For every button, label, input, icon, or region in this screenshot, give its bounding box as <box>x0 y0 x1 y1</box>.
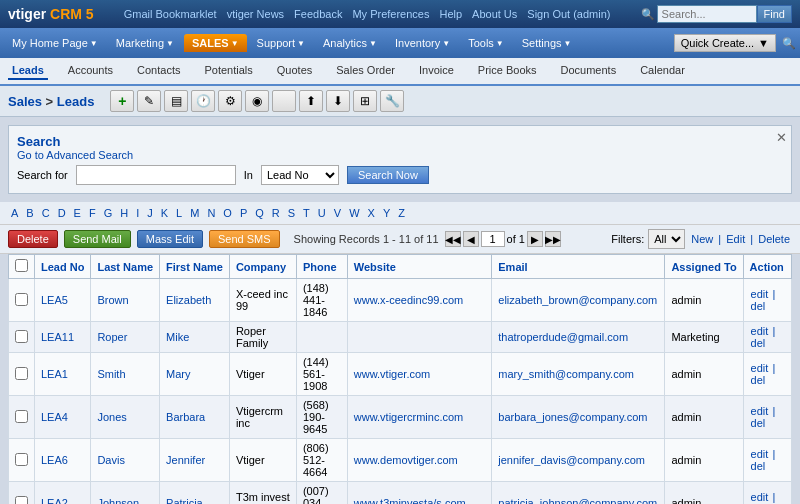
last-name-link[interactable]: Smith <box>97 368 125 380</box>
subnav-accounts[interactable]: Accounts <box>64 62 117 80</box>
nav-marketing[interactable]: Marketing ▼ <box>108 34 182 52</box>
alpha-L[interactable]: L <box>173 206 185 220</box>
import-toolbar-button[interactable]: ⬇ <box>326 90 350 112</box>
company-header[interactable]: Company <box>229 255 296 279</box>
alpha-Z[interactable]: Z <box>395 206 408 220</box>
last-name-header[interactable]: Last Name <box>91 255 160 279</box>
alpha-D[interactable]: D <box>55 206 69 220</box>
add-button[interactable]: + <box>110 90 134 112</box>
alpha-J[interactable]: J <box>144 206 156 220</box>
alpha-B[interactable]: B <box>23 206 36 220</box>
alpha-Q[interactable]: Q <box>252 206 267 220</box>
search-field-select[interactable]: Lead No First Name Last Name Email Phone <box>261 165 339 185</box>
settings-toolbar-button[interactable]: ⚙ <box>218 90 242 112</box>
nav-sales[interactable]: SALES ▼ <box>184 34 247 52</box>
alpha-W[interactable]: W <box>346 206 362 220</box>
search-now-button[interactable]: Search Now <box>347 166 429 184</box>
send-mail-button-top[interactable]: Send Mail <box>64 230 131 248</box>
alpha-I[interactable]: I <box>133 206 142 220</box>
first-name-link[interactable]: Jennifer <box>166 454 205 466</box>
phone-header[interactable]: Phone <box>296 255 347 279</box>
clock-button[interactable]: 🕐 <box>191 90 215 112</box>
alpha-N[interactable]: N <box>204 206 218 220</box>
alpha-P[interactable]: P <box>237 206 250 220</box>
first-name-link[interactable]: Mike <box>166 331 189 343</box>
alpha-K[interactable]: K <box>158 206 171 220</box>
row-checkbox[interactable] <box>15 293 28 306</box>
lead-no-link[interactable]: LEA6 <box>41 454 68 466</box>
search-input[interactable] <box>76 165 236 185</box>
nav-inventory[interactable]: Inventory ▼ <box>387 34 458 52</box>
subnav-sales-order[interactable]: Sales Order <box>332 62 399 80</box>
alpha-H[interactable]: H <box>117 206 131 220</box>
alpha-S[interactable]: S <box>285 206 298 220</box>
alpha-E[interactable]: E <box>71 206 84 220</box>
alpha-O[interactable]: O <box>220 206 235 220</box>
first-name-link[interactable]: Elizabeth <box>166 294 211 306</box>
top-search-input[interactable] <box>657 5 757 23</box>
search-close-button[interactable]: ✕ <box>776 130 787 145</box>
gmail-bookmarklet-link[interactable]: Gmail Bookmarklet <box>124 8 217 20</box>
delete-view-link[interactable]: Delete <box>758 233 790 245</box>
alpha-G[interactable]: G <box>101 206 116 220</box>
lead-no-link[interactable]: LEA5 <box>41 294 68 306</box>
website-link[interactable]: www.x-ceedinc99.com <box>354 294 463 306</box>
alpha-Y[interactable]: Y <box>380 206 393 220</box>
alpha-R[interactable]: R <box>269 206 283 220</box>
email-link[interactable]: mary_smith@company.com <box>498 368 634 380</box>
del-row-link[interactable]: del <box>751 300 766 312</box>
email-header[interactable]: Email <box>492 255 665 279</box>
first-name-link[interactable]: Patricia <box>166 497 203 504</box>
edit-row-link[interactable]: edit <box>751 448 769 460</box>
assigned-to-header[interactable]: Assigned To <box>665 255 743 279</box>
merge-toolbar-button[interactable]: ⊞ <box>353 90 377 112</box>
page-input[interactable] <box>481 231 505 247</box>
lead-no-link[interactable]: LEA4 <box>41 411 68 423</box>
vtiger-news-link[interactable]: vtiger News <box>227 8 284 20</box>
edit-row-link[interactable]: edit <box>751 405 769 417</box>
edit-row-link[interactable]: edit <box>751 491 769 503</box>
subnav-invoice[interactable]: Invoice <box>415 62 458 80</box>
alpha-M[interactable]: M <box>187 206 202 220</box>
edit-row-link[interactable]: edit <box>751 288 769 300</box>
help-link[interactable]: Help <box>439 8 462 20</box>
alpha-F[interactable]: F <box>86 206 99 220</box>
subnav-leads[interactable]: Leads <box>8 62 48 80</box>
subnav-quotes[interactable]: Quotes <box>273 62 316 80</box>
del-row-link[interactable]: del <box>751 374 766 386</box>
sign-out-link[interactable]: Sign Out (admin) <box>527 8 610 20</box>
feedback-link[interactable]: Feedback <box>294 8 342 20</box>
website-link[interactable]: www.vtigercrminc.com <box>354 411 463 423</box>
nav-tools[interactable]: Tools ▼ <box>460 34 512 52</box>
email-link[interactable]: elizabeth_brown@company.com <box>498 294 657 306</box>
alpha-X[interactable]: X <box>365 206 378 220</box>
first-name-header[interactable]: First Name <box>160 255 230 279</box>
website-link[interactable]: www.vtiger.com <box>354 368 430 380</box>
first-page-button[interactable]: ◀◀ <box>445 231 461 247</box>
edit-row-link[interactable]: edit <box>751 362 769 374</box>
edit-toolbar-button[interactable]: ✎ <box>137 90 161 112</box>
del-row-link[interactable]: del <box>751 460 766 472</box>
last-name-link[interactable]: Brown <box>97 294 128 306</box>
send-sms-button-top[interactable]: Send SMS <box>209 230 280 248</box>
chart-button[interactable]: ◉ <box>245 90 269 112</box>
lead-no-header[interactable]: Lead No <box>35 255 91 279</box>
subnav-calendar[interactable]: Calendar <box>636 62 689 80</box>
subnav-potentials[interactable]: Potentials <box>200 62 256 80</box>
next-page-button[interactable]: ▶ <box>527 231 543 247</box>
last-page-button[interactable]: ▶▶ <box>545 231 561 247</box>
delete-button-top[interactable]: Delete <box>8 230 58 248</box>
row-checkbox[interactable] <box>15 410 28 423</box>
row-checkbox[interactable] <box>15 367 28 380</box>
my-preferences-link[interactable]: My Preferences <box>352 8 429 20</box>
last-name-link[interactable]: Davis <box>97 454 125 466</box>
first-name-link[interactable]: Barbara <box>166 411 205 423</box>
subnav-price-books[interactable]: Price Books <box>474 62 541 80</box>
del-row-link[interactable]: del <box>751 417 766 429</box>
prev-page-button[interactable]: ◀ <box>463 231 479 247</box>
filter-select[interactable]: All <box>648 229 685 249</box>
alpha-V[interactable]: V <box>331 206 344 220</box>
website-header[interactable]: Website <box>347 255 491 279</box>
row-checkbox[interactable] <box>15 496 28 505</box>
alpha-A[interactable]: A <box>8 206 21 220</box>
